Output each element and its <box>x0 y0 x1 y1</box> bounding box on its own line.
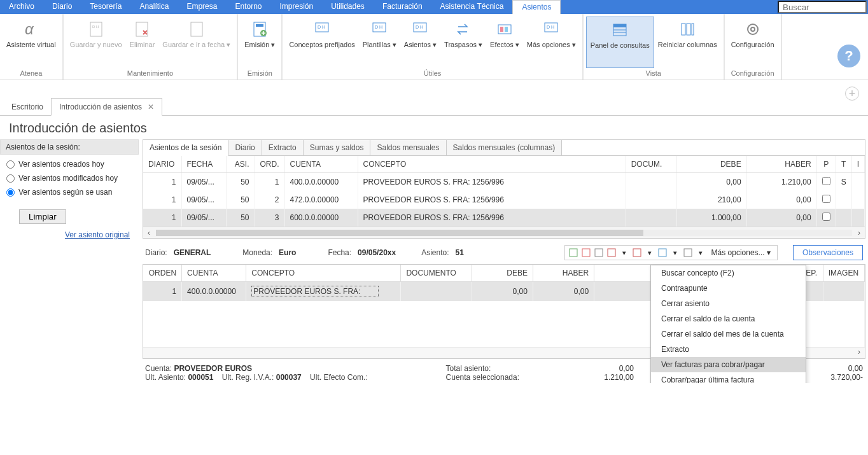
col-debe[interactable]: DEBE <box>676 156 746 173</box>
col-t[interactable]: T <box>836 156 851 173</box>
col-i[interactable]: I <box>851 156 864 173</box>
table-row[interactable]: 109/05/...501400.0.0.00000PROVEEDOR EURO… <box>143 173 865 192</box>
efectos-button[interactable]: Efectos ▾ <box>486 17 523 68</box>
close-icon[interactable]: ✕ <box>148 102 154 111</box>
col-asi[interactable]: ASI. <box>226 156 255 173</box>
sidebar: Asientos de la sesión: Ver asientos crea… <box>0 139 139 383</box>
itab-asientos-sesion[interactable]: Asientos de la sesión <box>143 140 228 156</box>
menu-asientos[interactable]: Asientos <box>512 0 561 14</box>
asientos-button[interactable]: D HAsientos ▾ <box>400 17 440 68</box>
tb-icon-6[interactable] <box>631 247 643 258</box>
context-menu-item[interactable]: Ver facturas para cobrar/pagar <box>651 357 806 372</box>
col2-documento[interactable]: DOCUMENTO <box>401 265 472 282</box>
mas-opciones-dropdown[interactable]: Más opciones... ▾ <box>708 248 774 257</box>
scroll-right-icon[interactable]: › <box>853 228 865 237</box>
p-checkbox[interactable] <box>822 177 830 185</box>
concepto-input[interactable]: PROVEEDOR EUROS S. FRA: <box>251 286 379 297</box>
tb-icon-11[interactable]: ▾ <box>695 247 706 258</box>
tb-icon-5[interactable]: ▾ <box>619 247 630 258</box>
tb-icon-4[interactable] <box>606 247 617 258</box>
col2-concepto[interactable]: CONCEPTO <box>246 265 401 282</box>
emision-button[interactable]: Emisión ▾ <box>241 17 279 68</box>
ribbon-group-atenea: α Asistente virtual Atenea <box>0 14 64 80</box>
col2-imagen[interactable]: IMAGEN <box>823 265 864 282</box>
col2-haber[interactable]: HABER <box>533 265 594 282</box>
cell-concepto[interactable]: PROVEEDOR EUROS S. FRA: <box>246 282 401 302</box>
menu-archivo[interactable]: Archivo <box>0 0 43 14</box>
observaciones-button[interactable]: Observaciones <box>793 245 863 260</box>
itab-saldos-mensuales[interactable]: Saldos mensuales <box>370 140 446 155</box>
radio-segun-usan[interactable]: Ver asientos según se usan <box>6 188 132 197</box>
cell-documento[interactable] <box>401 282 472 302</box>
help-icon[interactable]: ? <box>837 45 860 67</box>
col2-debe[interactable]: DEBE <box>472 265 533 282</box>
guardar-ir-fecha-button[interactable]: Guardar e ir a fecha ▾ <box>158 17 234 68</box>
tb-icon-3[interactable] <box>593 247 605 258</box>
mas-opciones-button[interactable]: D HMás opciones ▾ <box>523 17 580 68</box>
ver-asiento-original-link[interactable]: Ver asiento original <box>0 230 139 239</box>
col2-cuenta[interactable]: CUENTA <box>182 265 246 282</box>
grid-hscroll[interactable]: ‹ › <box>143 227 865 238</box>
asistente-virtual-button[interactable]: α Asistente virtual <box>3 17 60 68</box>
col-fecha[interactable]: FECHA <box>181 156 226 173</box>
configuracion-button[interactable]: Configuración <box>727 17 778 68</box>
context-menu-item[interactable]: Contraapunte <box>651 281 806 296</box>
guardar-nuevo-button[interactable]: D H Guardar y nuevo <box>66 17 126 68</box>
cell-haber[interactable]: 0,00 <box>533 282 594 302</box>
traspasos-button[interactable]: Traspasos ▾ <box>440 17 486 68</box>
menu-empresa[interactable]: Empresa <box>178 0 226 14</box>
col-concepto[interactable]: CONCEPTO <box>358 156 626 173</box>
tb-icon-2[interactable] <box>580 247 592 258</box>
tab-introduccion-asientos[interactable]: Introducción de asientos ✕ <box>51 98 162 116</box>
context-menu-item[interactable]: Cerrar el saldo de la cuenta <box>651 311 806 326</box>
col-docum[interactable]: DOCUM. <box>626 156 676 173</box>
reiniciar-columnas-button[interactable]: Reiniciar columnas <box>654 17 721 68</box>
menu-tesoreria[interactable]: Tesorería <box>81 0 130 14</box>
p-checkbox[interactable] <box>822 213 830 221</box>
eliminar-button[interactable]: Eliminar <box>126 17 159 68</box>
search-input[interactable] <box>778 1 867 13</box>
tab-escritorio[interactable]: Escritorio <box>4 99 51 115</box>
menu-facturacion[interactable]: Facturación <box>374 0 431 14</box>
context-menu-item[interactable]: Cerrar el saldo del mes de la cuenta <box>651 326 806 342</box>
add-tab-button[interactable]: + <box>845 87 859 101</box>
col-diario[interactable]: DIARIO <box>143 156 181 173</box>
menu-utilidades[interactable]: Utilidades <box>322 0 374 14</box>
table-row[interactable]: 109/05/...503600.0.0.00000PROVEEDOR EURO… <box>143 209 865 227</box>
context-menu-item[interactable]: Cerrar asiento <box>651 296 806 311</box>
radio-modificados-hoy[interactable]: Ver asientos modificados hoy <box>6 174 132 183</box>
context-menu-item[interactable]: Cobrar/pagar última factura <box>651 372 806 383</box>
col-ord[interactable]: ORD. <box>255 156 284 173</box>
menu-diario[interactable]: Diario <box>43 0 81 14</box>
itab-extracto[interactable]: Extracto <box>262 140 304 155</box>
radio-creados-hoy[interactable]: Ver asientos creados hoy <box>6 160 132 169</box>
col-haber[interactable]: HABER <box>746 156 816 173</box>
menu-entorno[interactable]: Entorno <box>226 0 270 14</box>
context-menu-item[interactable]: Extracto <box>651 342 806 357</box>
table-row[interactable]: 109/05/...502472.0.0.00000PROVEEDOR EURO… <box>143 191 865 209</box>
limpiar-button[interactable]: Limpiar <box>19 209 66 224</box>
col2-orden[interactable]: ORDEN <box>143 265 182 282</box>
scroll-left-icon[interactable]: ‹ <box>143 228 155 237</box>
p-checkbox[interactable] <box>822 195 830 203</box>
itab-sumas-saldos[interactable]: Sumas y saldos <box>304 140 371 155</box>
menu-asistencia[interactable]: Asistencia Técnica <box>431 0 513 14</box>
panel-consultas-button[interactable]: Panel de consultas <box>586 17 654 68</box>
plantillas-button[interactable]: D HPlantillas ▾ <box>359 17 400 68</box>
tb-icon-9[interactable]: ▾ <box>669 247 681 258</box>
tb-icon-7[interactable]: ▾ <box>644 247 655 258</box>
conceptos-prefijados-button[interactable]: D HConceptos prefijados <box>285 17 358 68</box>
itab-saldos-mensuales-col[interactable]: Saldos mensuales (columnas) <box>447 140 563 155</box>
col-p[interactable]: P <box>816 156 836 173</box>
cell-cuenta[interactable]: 400.0.0.00000 <box>182 282 246 302</box>
grid2-scroll-right-icon[interactable]: › <box>853 347 865 358</box>
itab-diario[interactable]: Diario <box>228 140 262 155</box>
tb-icon-8[interactable] <box>657 247 668 258</box>
menu-analitica[interactable]: Analítica <box>130 0 178 14</box>
context-menu-item[interactable]: Buscar concepto (F2) <box>651 265 806 281</box>
tb-icon-1[interactable] <box>568 247 579 258</box>
menu-impresion[interactable]: Impresión <box>270 0 322 14</box>
tb-icon-10[interactable] <box>682 247 694 258</box>
cell-debe[interactable]: 0,00 <box>472 282 533 302</box>
col-cuenta[interactable]: CUENTA <box>284 156 358 173</box>
